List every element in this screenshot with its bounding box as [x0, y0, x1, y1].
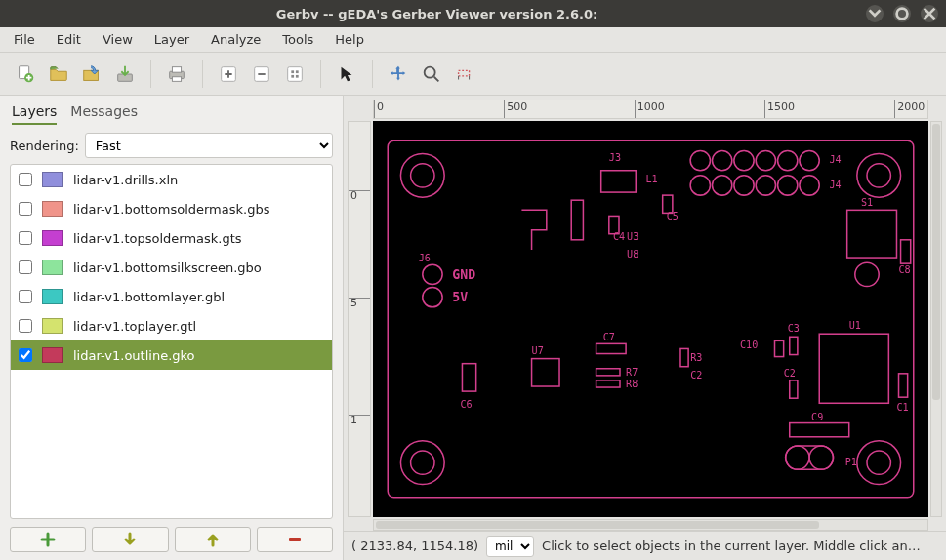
layer-row[interactable]: lidar-v1.outline.gko [11, 340, 332, 370]
status-units-select[interactable]: mil [486, 536, 534, 557]
zoom-in-button[interactable] [213, 59, 244, 90]
print-button[interactable] [161, 59, 192, 90]
layer-color-swatch[interactable] [42, 172, 63, 187]
svg-text:R8: R8 [626, 379, 638, 389]
measure-tool-button[interactable] [449, 59, 480, 90]
minimize-icon[interactable] [866, 5, 884, 22]
layer-row[interactable]: lidar-v1.bottomsoldermask.gbs [11, 194, 332, 223]
ruler-v-tick: 1 [349, 415, 370, 424]
layer-list[interactable]: lidar-v1.drills.xlnlidar-v1.bottomsolder… [10, 164, 333, 519]
move-layer-up-button[interactable] [175, 527, 251, 552]
layer-color-swatch[interactable] [42, 347, 63, 363]
svg-rect-18 [388, 140, 914, 497]
maximize-icon[interactable] [893, 5, 911, 22]
scrollbar-vertical[interactable] [930, 121, 942, 517]
svg-point-34 [712, 176, 731, 195]
ruler-h-tick: 1000 [635, 100, 665, 118]
status-hint: Click to select objects in the current l… [542, 539, 938, 553]
svg-point-29 [734, 150, 754, 170]
rendering-row: Rendering: Fast [10, 133, 333, 158]
open-file-button[interactable] [43, 59, 74, 90]
svg-rect-69 [596, 380, 620, 387]
tab-layers[interactable]: Layers [12, 103, 57, 125]
canvas-area: 0500100015002000 051 [344, 96, 946, 560]
add-layer-button[interactable] [10, 527, 86, 552]
layer-visibility-checkbox[interactable] [19, 319, 32, 333]
ruler-vertical: 051 [348, 121, 371, 517]
remove-layer-button[interactable] [257, 527, 333, 552]
svg-text:J6: J6 [419, 253, 431, 263]
menu-analyze[interactable]: Analyze [201, 29, 270, 50]
menu-layer[interactable]: Layer [144, 29, 199, 50]
svg-text:R3: R3 [690, 352, 702, 363]
menu-file[interactable]: File [4, 29, 45, 50]
sidebar-tabs: Layers Messages [10, 101, 333, 125]
layer-visibility-checkbox[interactable] [19, 348, 32, 362]
main-area: Layers Messages Rendering: Fast lidar-v1… [0, 96, 946, 560]
layer-row[interactable]: lidar-v1.bottomlayer.gbl [11, 282, 332, 311]
pan-tool-button[interactable] [383, 59, 414, 90]
ruler-v-tick: 5 [349, 298, 370, 307]
canvas-holder: 0500100015002000 051 [348, 100, 942, 531]
pcb-canvas[interactable]: J4 J4 J3 L1 S1 C8 C4 [373, 121, 928, 517]
layer-color-swatch[interactable] [42, 318, 63, 334]
svg-text:C2: C2 [784, 368, 796, 379]
new-file-button[interactable] [10, 59, 41, 90]
menu-tools[interactable]: Tools [272, 29, 323, 50]
svg-point-0 [897, 9, 908, 20]
layer-color-swatch[interactable] [42, 260, 63, 275]
move-layer-down-button[interactable] [92, 527, 168, 552]
svg-rect-7 [172, 76, 181, 81]
layer-color-swatch[interactable] [42, 201, 63, 217]
svg-rect-41 [601, 171, 637, 192]
svg-point-48 [855, 262, 879, 286]
svg-text:U1: U1 [849, 320, 861, 331]
svg-text:P1: P1 [845, 457, 857, 467]
layer-visibility-checkbox[interactable] [19, 173, 32, 186]
svg-rect-84 [790, 423, 849, 437]
layer-visibility-checkbox[interactable] [19, 290, 32, 303]
rendering-select[interactable]: Fast [85, 133, 333, 158]
scrollbar-horizontal[interactable] [373, 519, 928, 531]
layer-visibility-checkbox[interactable] [19, 260, 32, 274]
layer-name-label: lidar-v1.toplayer.gtl [73, 319, 196, 334]
svg-rect-44 [847, 210, 897, 258]
layer-name-label: lidar-v1.topsoldermask.gts [73, 231, 242, 246]
save-button[interactable] [109, 59, 141, 90]
zoom-out-button[interactable] [246, 59, 277, 90]
svg-text:J4: J4 [829, 180, 841, 190]
layer-name-label: lidar-v1.outline.gko [73, 348, 195, 363]
revert-button[interactable] [76, 59, 107, 90]
layer-row[interactable]: lidar-v1.bottomsilkscreen.gbo [11, 253, 332, 282]
svg-rect-61 [462, 364, 475, 391]
svg-point-24 [411, 451, 434, 474]
svg-text:U8: U8 [627, 249, 638, 260]
svg-rect-71 [680, 348, 688, 366]
svg-point-36 [756, 176, 775, 195]
menu-edit[interactable]: Edit [47, 29, 91, 50]
layer-row[interactable]: lidar-v1.topsoldermask.gts [11, 223, 332, 253]
svg-point-27 [690, 150, 710, 170]
zoom-fit-button[interactable] [279, 59, 310, 90]
layer-color-swatch[interactable] [42, 289, 63, 304]
layer-visibility-checkbox[interactable] [19, 231, 32, 245]
close-icon[interactable] [921, 5, 938, 22]
tab-messages[interactable]: Messages [70, 103, 138, 125]
menu-help[interactable]: Help [325, 29, 374, 50]
svg-text:L1: L1 [645, 174, 657, 184]
svg-rect-76 [790, 337, 798, 354]
svg-rect-65 [596, 343, 626, 353]
svg-point-38 [800, 176, 819, 195]
layer-row[interactable]: lidar-v1.toplayer.gtl [11, 311, 332, 340]
ruler-v-tick: 0 [349, 190, 370, 200]
layer-buttons [10, 527, 333, 552]
zoom-tool-button[interactable] [416, 59, 447, 90]
svg-point-37 [778, 176, 798, 195]
svg-rect-13 [291, 74, 294, 77]
layer-row[interactable]: lidar-v1.drills.xln [11, 165, 332, 194]
layer-visibility-checkbox[interactable] [19, 202, 32, 216]
pointer-tool-button[interactable] [331, 59, 362, 90]
layer-color-swatch[interactable] [42, 230, 63, 246]
svg-point-31 [778, 150, 798, 170]
menu-view[interactable]: View [93, 29, 143, 50]
